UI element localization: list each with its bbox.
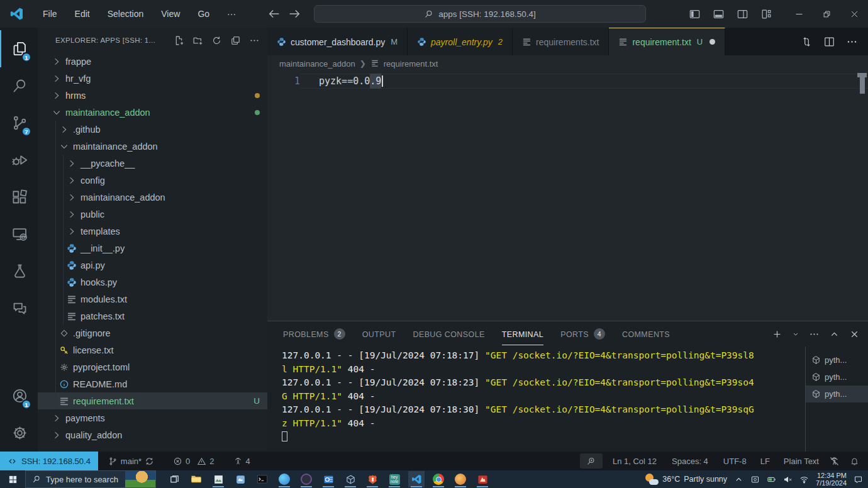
activity-explorer[interactable]: 1 [0, 30, 38, 67]
encoding-setting[interactable]: UTF-8 [718, 452, 752, 470]
menu-go[interactable]: Go [189, 9, 218, 19]
wifi-icon[interactable] [799, 475, 809, 484]
panel-tab-debug-console[interactable]: DEBUG CONSOLE [413, 321, 484, 347]
tree-item-__init__.py[interactable]: __init__.py [38, 240, 267, 257]
tray-expand-icon[interactable] [734, 475, 743, 484]
tree-item-api.py[interactable]: api.py [38, 257, 267, 274]
problems-indicator[interactable]: 0 2 [168, 452, 219, 470]
tab-customer_dashboard.py[interactable]: customer_dashboard.pyM [267, 28, 408, 55]
tree-item-frappe[interactable]: frappe [38, 53, 267, 70]
refresh-icon[interactable] [211, 35, 222, 46]
taskbar-terminal-app-icon[interactable] [254, 471, 270, 487]
indentation-setting[interactable]: Spaces: 4 [667, 452, 713, 470]
language-mode[interactable]: Plain Text [779, 452, 824, 470]
collapse-folders-icon[interactable] [230, 35, 241, 46]
new-file-icon[interactable] [174, 35, 184, 46]
terminal-output[interactable]: 127.0.0.1 - - [19/Jul/2024 07:18:17] "GE… [267, 347, 805, 452]
menu-view[interactable]: View [152, 9, 189, 19]
menu-edit[interactable]: Edit [66, 9, 99, 19]
tree-item-maintainance_addon[interactable]: maintainance_addon [38, 104, 267, 121]
breadcrumb-file[interactable]: requirement.txt [384, 59, 438, 69]
taskbar-photos-icon[interactable] [210, 471, 226, 487]
tree-item-payments[interactable]: payments [38, 409, 267, 426]
taskbar-file-explorer-icon[interactable] [188, 471, 204, 487]
ports-indicator[interactable]: 4 [228, 452, 255, 470]
tree-item-templates[interactable]: templates [38, 223, 267, 240]
taskbar-search-box[interactable]: Type here to search [25, 470, 156, 488]
tree-item-config[interactable]: config [38, 172, 267, 189]
tree-item-license.txt[interactable]: license.txt [38, 341, 267, 358]
new-terminal-icon[interactable] [772, 329, 782, 340]
activity-search[interactable] [0, 67, 38, 104]
toggle-panel-icon[interactable] [713, 8, 725, 20]
tray-window-icon[interactable] [750, 475, 760, 484]
tree-item-requirement.txt[interactable]: requirement.txtU [38, 392, 267, 409]
search-highlight-image[interactable] [125, 471, 155, 487]
taskbar-firefox-icon[interactable] [452, 471, 469, 487]
nav-back-icon[interactable] [267, 7, 281, 21]
menu-selection[interactable]: Selection [99, 9, 153, 19]
tree-item-maintainance_addon[interactable]: maintainance_addon [38, 189, 267, 206]
tree-item-.gitignore[interactable]: .gitignore [38, 324, 267, 341]
tree-item-README.md[interactable]: README.md [38, 375, 267, 392]
command-center-search[interactable]: apps [SSH: 192.168.50.4] [314, 5, 646, 23]
tree-item-public[interactable]: public [38, 206, 267, 223]
nav-forward-icon[interactable] [287, 7, 301, 21]
tree-item-patches.txt[interactable]: patches.txt [38, 308, 267, 324]
zoom-indicator[interactable] [580, 453, 603, 469]
tree-item-quality_addon[interactable]: quality_addon [38, 426, 267, 443]
tab-requirements.txt[interactable]: requirements.txt [513, 28, 609, 55]
tray-battery-icon[interactable] [767, 475, 776, 484]
taskbar-brave-icon[interactable] [364, 471, 381, 487]
panel-tab-ports[interactable]: PORTS4 [560, 321, 605, 347]
compare-changes-icon[interactable] [801, 36, 813, 48]
minimap[interactable] [857, 73, 867, 94]
terminal-instance[interactable]: pyth... [806, 385, 868, 402]
activity-testing[interactable] [0, 253, 38, 290]
code-editor[interactable]: 1 pyzk==0.0.9 [267, 72, 868, 321]
tree-item-hooks.py[interactable]: hooks.py [38, 274, 267, 291]
panel-tab-problems[interactable]: PROBLEMS2 [283, 321, 345, 347]
window-minimize-button[interactable] [785, 0, 813, 28]
clock[interactable]: 12:34 PM 7/19/2024 [816, 472, 847, 487]
tree-item-__pycache__[interactable]: __pycache__ [38, 155, 267, 172]
tree-item-maintainance_addon[interactable]: maintainance_addon [38, 138, 267, 155]
close-panel-icon[interactable] [849, 329, 860, 340]
tower-off-indicator[interactable] [824, 452, 845, 470]
action-center-icon[interactable] [854, 475, 863, 484]
activity-remote-explorer[interactable] [0, 216, 38, 253]
activity-settings[interactable] [0, 414, 38, 452]
toggle-sidebar-icon[interactable] [689, 8, 701, 20]
remote-indicator[interactable]: SSH: 192.168.50.4 [0, 452, 98, 470]
activity-comments[interactable] [0, 290, 38, 327]
activity-source-control[interactable]: 7 [0, 104, 38, 141]
panel-tab-terminal[interactable]: TERMINAL [502, 321, 543, 347]
toggle-secondary-sidebar-icon[interactable] [737, 8, 748, 20]
weather-widget[interactable]: 36°C Partly sunny [645, 474, 727, 485]
taskbar-outlook-icon[interactable] [320, 471, 337, 487]
menu-[interactable]: ··· [218, 9, 245, 19]
window-restore-button[interactable] [813, 0, 840, 28]
taskbar-vscode-icon[interactable] [408, 471, 425, 487]
terminal-instance[interactable]: pyth... [806, 369, 868, 385]
eol-setting[interactable]: LF [755, 452, 775, 470]
more-actions-icon[interactable] [249, 35, 260, 46]
breadcrumb[interactable]: maintainance_addon ❯ requirement.txt [267, 55, 868, 72]
tree-item-hr_vfg[interactable]: hr_vfg [38, 70, 267, 87]
notifications-indicator[interactable] [845, 452, 868, 470]
panel-tab-comments[interactable]: COMMENTS [622, 321, 670, 347]
taskbar-virtualbox-icon[interactable] [342, 471, 359, 487]
cursor-position[interactable]: Ln 1, Col 12 [608, 452, 662, 470]
activity-accounts[interactable]: 1 [0, 377, 38, 414]
window-close-button[interactable] [840, 0, 868, 28]
volume-muted-icon[interactable] [783, 475, 793, 484]
editor-more-actions-icon[interactable] [846, 36, 858, 48]
terminal-dropdown-icon[interactable] [792, 329, 799, 340]
tab-requirement.txt[interactable]: requirement.txtU [609, 28, 725, 55]
tree-item-pyproject.toml[interactable]: pyproject.toml [38, 358, 267, 375]
git-branch-indicator[interactable]: main* [103, 452, 159, 470]
terminal-instance[interactable]: pyth... [806, 352, 868, 369]
tree-item-hrms[interactable]: hrms [38, 87, 267, 104]
tree-item-.github[interactable]: .github [38, 121, 267, 138]
taskbar-chrome-icon[interactable] [430, 471, 447, 487]
